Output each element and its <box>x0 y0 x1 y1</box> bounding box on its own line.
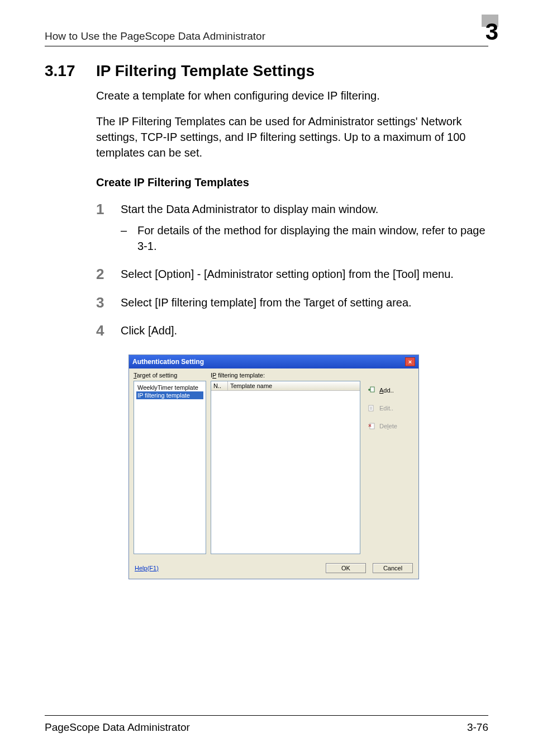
running-header: How to Use the PageScope Data Administra… <box>45 30 488 46</box>
dialog-body: Target of setting WeeklyTimer template I… <box>129 368 418 560</box>
target-of-setting-pane: Target of setting WeeklyTimer template I… <box>134 372 206 554</box>
add-button[interactable]: Add.. <box>365 384 414 396</box>
footer-left: PageScope Data Administrator <box>45 721 190 734</box>
delete-icon <box>367 422 376 431</box>
ip-filtering-label: IP filtering template: <box>211 372 360 379</box>
delete-label: Delete <box>379 423 397 429</box>
chapter-number: 3 <box>486 20 498 44</box>
target-of-setting-label: Target of setting <box>134 372 206 379</box>
tree-view[interactable]: WeeklyTimer template IP filtering templa… <box>134 381 206 554</box>
step-4: 4 Click [Add]. <box>96 323 488 339</box>
page-footer: PageScope Data Administrator 3-76 <box>45 715 488 734</box>
section-title: IP Filtering Template Settings <box>96 62 315 80</box>
step-3-text: Select [IP filtering template] from the … <box>121 295 488 311</box>
add-label: Add.. <box>379 387 394 394</box>
step-number: 1 <box>96 201 121 254</box>
tree-node-ip-filtering[interactable]: IP filtering template <box>136 391 203 399</box>
step-3: 3 Select [IP filtering template] from th… <box>96 295 488 311</box>
add-icon <box>367 386 376 395</box>
edit-button[interactable]: Edit.. <box>365 402 414 414</box>
edit-label: Edit.. <box>379 405 393 412</box>
delete-button[interactable]: Delete <box>365 420 414 432</box>
column-number[interactable]: N.. <box>211 381 228 390</box>
template-list[interactable]: N.. Template name <box>211 381 360 554</box>
dialog-authentication-setting: Authentication Setting × Target of setti… <box>129 355 419 579</box>
dialog-button-row: OK Cancel <box>326 563 413 573</box>
svg-rect-0 <box>370 387 374 392</box>
intro-paragraph-1: Create a template for when configuring d… <box>96 88 488 103</box>
close-icon: × <box>408 358 412 365</box>
intro-paragraph-2: The IP Filtering Templates can be used f… <box>96 114 488 160</box>
tree-node-weekly-timer[interactable]: WeeklyTimer template <box>136 384 203 391</box>
column-template-name[interactable]: Template name <box>228 381 360 390</box>
list-header: N.. Template name <box>211 381 360 391</box>
running-title: How to Use the PageScope Data Administra… <box>45 30 265 42</box>
step-2-text: Select [Option] - [Administrator setting… <box>121 266 488 282</box>
ip-filtering-template-pane: IP filtering template: N.. Template name <box>211 372 360 554</box>
close-button[interactable]: × <box>405 357 415 366</box>
chapter-badge: 3 <box>467 15 498 40</box>
step-number: 2 <box>96 266 121 282</box>
dash-icon: – <box>121 223 137 254</box>
step-number: 4 <box>96 323 121 339</box>
step-1: 1 Start the Data Administrator to displa… <box>96 201 488 254</box>
button-column: Add.. Edit.. Delete <box>365 372 414 554</box>
step-2: 2 Select [Option] - [Administrator setti… <box>96 266 488 282</box>
step-1-sub-text: For details of the method for displaying… <box>137 223 488 254</box>
edit-icon <box>367 404 376 413</box>
step-4-text: Click [Add]. <box>121 323 488 339</box>
section-heading: 3.17 IP Filtering Template Settings <box>45 62 488 80</box>
step-1-text: Start the Data Administrator to display … <box>121 203 378 215</box>
page: 3 How to Use the PageScope Data Administ… <box>0 0 533 756</box>
numbered-list: 1 Start the Data Administrator to displa… <box>96 201 488 351</box>
cancel-button[interactable]: Cancel <box>373 563 413 573</box>
help-link[interactable]: Help(F1) <box>135 565 159 571</box>
step-text: Start the Data Administrator to display … <box>121 201 488 254</box>
sub-heading: Create IP Filtering Templates <box>96 176 488 189</box>
step-1-sub: – For details of the method for displayi… <box>121 223 488 254</box>
section-number: 3.17 <box>45 62 96 80</box>
dialog-titlebar[interactable]: Authentication Setting × <box>129 355 418 368</box>
step-number: 3 <box>96 295 121 311</box>
dialog-footer: Help(F1) OK Cancel <box>129 560 418 579</box>
ok-button[interactable]: OK <box>326 563 366 573</box>
footer-right: 3-76 <box>467 721 488 734</box>
dialog-title: Authentication Setting <box>132 358 204 366</box>
